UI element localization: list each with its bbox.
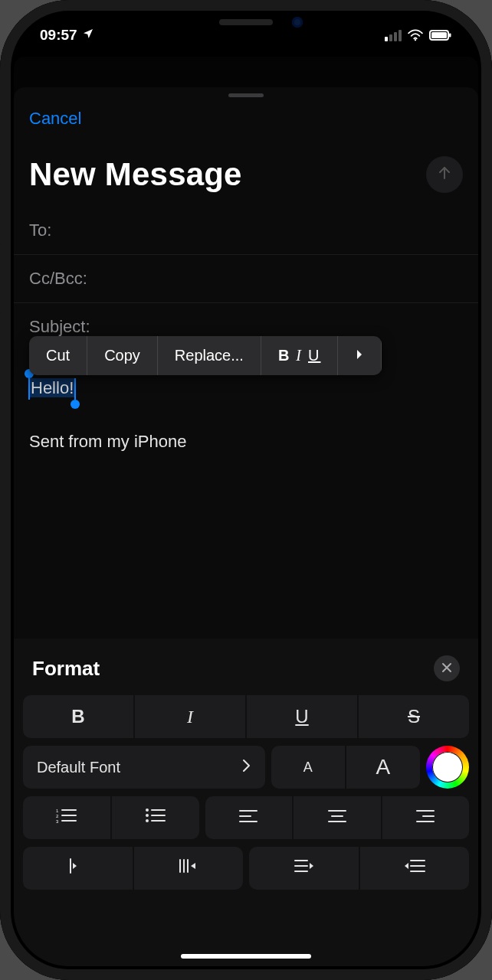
format-title: Format [32, 657, 100, 681]
font-size-decrease-button[interactable]: A [271, 746, 345, 789]
format-close-button[interactable] [434, 655, 460, 681]
underline-button[interactable]: U [247, 695, 357, 738]
notch [146, 11, 346, 37]
indent-lines-button[interactable] [134, 847, 244, 890]
location-arrow-icon [82, 27, 94, 44]
numbered-list-button[interactable]: 123 [23, 796, 110, 839]
message-body[interactable]: Cut Copy Replace... B I U Hell [14, 340, 478, 467]
svg-point-12 [146, 819, 149, 822]
selection-handle-end[interactable] [74, 378, 76, 400]
chevron-right-icon [241, 758, 251, 777]
home-indicator[interactable] [181, 954, 311, 959]
svg-text:1: 1 [56, 808, 59, 813]
bulleted-list-button[interactable] [112, 796, 199, 839]
format-panel: Format B I U S [14, 639, 478, 966]
wifi-icon [407, 29, 424, 41]
increase-indent-button[interactable] [360, 847, 470, 890]
align-right-icon [415, 807, 435, 828]
selection-handle-start[interactable] [28, 378, 30, 400]
font-picker-button[interactable]: Default Font [23, 746, 265, 789]
ccbcc-label: Cc/Bcc: [29, 269, 87, 288]
context-copy[interactable]: Copy [87, 336, 158, 375]
font-name-label: Default Font [37, 759, 120, 776]
text-color-button[interactable] [426, 746, 469, 789]
selected-text: Hello! [29, 378, 75, 397]
context-biu[interactable]: B I U [261, 336, 339, 375]
context-replace[interactable]: Replace... [158, 336, 261, 375]
signature-text: Sent from my iPhone [29, 432, 463, 452]
svg-rect-2 [431, 32, 447, 38]
svg-rect-3 [449, 33, 451, 37]
align-right-button[interactable] [382, 796, 469, 839]
indent-lines-icon [177, 858, 200, 879]
align-center-icon [327, 807, 347, 828]
text-context-menu: Cut Copy Replace... B I U [29, 336, 382, 375]
outdent-button[interactable] [23, 847, 133, 890]
increase-indent-icon [403, 858, 426, 879]
close-icon [441, 660, 453, 678]
sheet-grabber[interactable] [228, 93, 264, 97]
compose-sheet: Cancel New Message To: Cc/Bcc: Subject: [14, 87, 478, 966]
bulleted-list-icon [145, 807, 166, 828]
arrow-up-icon [435, 164, 454, 185]
italic-button[interactable]: I [135, 695, 245, 738]
compose-title: New Message [29, 156, 242, 193]
align-left-icon [238, 807, 258, 828]
svg-point-10 [146, 808, 149, 812]
align-center-button[interactable] [294, 796, 380, 839]
cancel-button[interactable]: Cancel [29, 109, 81, 128]
decrease-indent-icon [292, 858, 315, 879]
svg-point-11 [146, 814, 149, 817]
text-selection[interactable]: Hello! [29, 378, 75, 398]
status-time: 09:57 [40, 27, 77, 44]
send-button[interactable] [426, 156, 463, 193]
context-more[interactable] [338, 336, 382, 375]
cellular-signal-icon [385, 30, 402, 41]
subject-label: Subject: [29, 317, 90, 336]
outdent-icon [67, 858, 87, 879]
device-frame: 09:57 Cancel [0, 0, 492, 980]
align-left-button[interactable] [205, 796, 292, 839]
svg-text:2: 2 [56, 814, 59, 818]
strikethrough-button[interactable]: S [359, 695, 469, 738]
subject-field[interactable]: Subject: [14, 303, 478, 340]
font-size-increase-button[interactable]: A [346, 746, 420, 789]
screen: 09:57 Cancel [14, 14, 478, 966]
chevron-right-icon [355, 347, 364, 364]
ccbcc-field[interactable]: Cc/Bcc: [14, 255, 478, 303]
svg-point-0 [415, 39, 416, 41]
decrease-indent-button[interactable] [249, 847, 359, 890]
bold-button[interactable]: B [23, 695, 133, 738]
battery-icon [429, 30, 452, 41]
context-cut[interactable]: Cut [29, 336, 87, 375]
numbered-list-icon: 123 [56, 807, 77, 828]
svg-text:3: 3 [56, 819, 59, 824]
to-field[interactable]: To: [14, 207, 478, 255]
to-label: To: [29, 220, 51, 240]
